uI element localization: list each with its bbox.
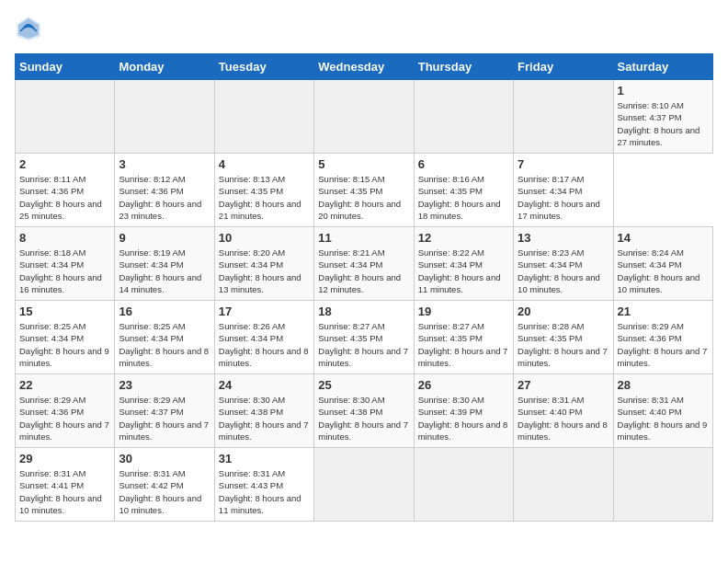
col-header-monday: Monday xyxy=(115,54,214,80)
day-number: 1 xyxy=(618,84,709,98)
day-number: 29 xyxy=(19,452,110,465)
page-header xyxy=(15,15,713,42)
calendar-cell: 13 Sunrise: 8:23 AMSunset: 4:34 PMDaylig… xyxy=(514,227,613,301)
calendar-cell: 27 Sunrise: 8:31 AMSunset: 4:40 PMDaylig… xyxy=(514,374,613,448)
day-number: 17 xyxy=(219,304,310,318)
calendar-cell: 7 Sunrise: 8:17 AMSunset: 4:34 PMDayligh… xyxy=(514,154,613,227)
day-number: 18 xyxy=(318,304,409,318)
calendar-cell: 10 Sunrise: 8:20 AMSunset: 4:34 PMDaylig… xyxy=(214,227,313,301)
day-detail: Sunrise: 8:10 AMSunset: 4:37 PMDaylight:… xyxy=(618,100,700,147)
day-detail: Sunrise: 8:27 AMSunset: 4:35 PMDaylight:… xyxy=(418,321,508,368)
day-number: 26 xyxy=(418,378,509,392)
day-number: 7 xyxy=(518,157,609,171)
day-number: 25 xyxy=(318,378,409,392)
day-detail: Sunrise: 8:29 AMSunset: 4:37 PMDaylight:… xyxy=(119,395,209,442)
week-row-5: 22 Sunrise: 8:29 AMSunset: 4:36 PMDaylig… xyxy=(16,374,713,448)
calendar-cell: 18 Sunrise: 8:27 AMSunset: 4:35 PMDaylig… xyxy=(314,301,414,374)
calendar-cell xyxy=(514,448,613,522)
day-number: 24 xyxy=(219,378,310,392)
day-number: 23 xyxy=(119,378,210,392)
day-detail: Sunrise: 8:25 AMSunset: 4:34 PMDaylight:… xyxy=(119,321,209,368)
calendar-cell: 3 Sunrise: 8:12 AMSunset: 4:36 PMDayligh… xyxy=(115,154,214,227)
week-row-2: 2 Sunrise: 8:11 AMSunset: 4:36 PMDayligh… xyxy=(16,154,713,227)
day-number: 3 xyxy=(119,157,210,171)
day-number: 27 xyxy=(518,378,609,392)
col-header-wednesday: Wednesday xyxy=(314,54,414,80)
day-detail: Sunrise: 8:25 AMSunset: 4:34 PMDaylight:… xyxy=(19,321,109,368)
day-detail: Sunrise: 8:27 AMSunset: 4:35 PMDaylight:… xyxy=(318,321,408,368)
day-detail: Sunrise: 8:30 AMSunset: 4:38 PMDaylight:… xyxy=(219,395,309,442)
day-number: 10 xyxy=(219,231,310,245)
logo-icon xyxy=(15,15,42,42)
day-number: 28 xyxy=(618,378,709,392)
week-row-4: 15 Sunrise: 8:25 AMSunset: 4:34 PMDaylig… xyxy=(16,301,713,374)
day-number: 11 xyxy=(318,231,409,245)
calendar-cell xyxy=(314,448,414,522)
calendar-cell xyxy=(613,448,712,522)
week-row-3: 8 Sunrise: 8:18 AMSunset: 4:34 PMDayligh… xyxy=(16,227,713,301)
day-detail: Sunrise: 8:17 AMSunset: 4:34 PMDaylight:… xyxy=(518,174,600,221)
calendar-cell: 16 Sunrise: 8:25 AMSunset: 4:34 PMDaylig… xyxy=(115,301,214,374)
day-number: 14 xyxy=(618,231,709,245)
day-number: 20 xyxy=(518,304,609,318)
calendar-cell: 12 Sunrise: 8:22 AMSunset: 4:34 PMDaylig… xyxy=(414,227,513,301)
day-number: 13 xyxy=(518,231,609,245)
day-detail: Sunrise: 8:29 AMSunset: 4:36 PMDaylight:… xyxy=(19,395,109,442)
calendar-cell: 24 Sunrise: 8:30 AMSunset: 4:38 PMDaylig… xyxy=(214,374,313,448)
header-row: SundayMondayTuesdayWednesdayThursdayFrid… xyxy=(16,54,713,80)
calendar-cell: 22 Sunrise: 8:29 AMSunset: 4:36 PMDaylig… xyxy=(16,374,115,448)
calendar-cell xyxy=(214,80,313,154)
day-number: 22 xyxy=(19,378,110,392)
calendar-cell xyxy=(514,80,613,154)
calendar-cell: 8 Sunrise: 8:18 AMSunset: 4:34 PMDayligh… xyxy=(16,227,115,301)
col-header-thursday: Thursday xyxy=(414,54,513,80)
day-detail: Sunrise: 8:31 AMSunset: 4:40 PMDaylight:… xyxy=(618,395,708,442)
day-detail: Sunrise: 8:31 AMSunset: 4:41 PMDaylight:… xyxy=(19,468,102,515)
calendar-cell: 6 Sunrise: 8:16 AMSunset: 4:35 PMDayligh… xyxy=(414,154,513,227)
week-row-1: 1 Sunrise: 8:10 AMSunset: 4:37 PMDayligh… xyxy=(16,80,713,154)
calendar-table: SundayMondayTuesdayWednesdayThursdayFrid… xyxy=(15,53,713,522)
calendar-cell: 1 Sunrise: 8:10 AMSunset: 4:37 PMDayligh… xyxy=(613,80,712,154)
col-header-saturday: Saturday xyxy=(613,54,712,80)
day-detail: Sunrise: 8:31 AMSunset: 4:40 PMDaylight:… xyxy=(518,395,608,442)
day-number: 12 xyxy=(418,231,509,245)
col-header-friday: Friday xyxy=(514,54,613,80)
day-detail: Sunrise: 8:22 AMSunset: 4:34 PMDaylight:… xyxy=(418,247,501,294)
day-detail: Sunrise: 8:15 AMSunset: 4:35 PMDaylight:… xyxy=(318,174,401,221)
day-number: 2 xyxy=(19,157,110,171)
day-detail: Sunrise: 8:23 AMSunset: 4:34 PMDaylight:… xyxy=(518,247,600,294)
day-detail: Sunrise: 8:24 AMSunset: 4:34 PMDaylight:… xyxy=(618,247,700,294)
calendar-cell: 19 Sunrise: 8:27 AMSunset: 4:35 PMDaylig… xyxy=(414,301,513,374)
calendar-cell: 9 Sunrise: 8:19 AMSunset: 4:34 PMDayligh… xyxy=(115,227,214,301)
day-detail: Sunrise: 8:31 AMSunset: 4:42 PMDaylight:… xyxy=(119,468,201,515)
calendar-cell xyxy=(414,448,513,522)
day-detail: Sunrise: 8:13 AMSunset: 4:35 PMDaylight:… xyxy=(219,174,301,221)
col-header-sunday: Sunday xyxy=(16,54,115,80)
calendar-cell: 29 Sunrise: 8:31 AMSunset: 4:41 PMDaylig… xyxy=(16,448,115,522)
day-number: 6 xyxy=(418,157,509,171)
day-detail: Sunrise: 8:30 AMSunset: 4:38 PMDaylight:… xyxy=(318,395,408,442)
day-number: 16 xyxy=(119,304,210,318)
calendar-cell: 5 Sunrise: 8:15 AMSunset: 4:35 PMDayligh… xyxy=(314,154,414,227)
calendar-cell: 17 Sunrise: 8:26 AMSunset: 4:34 PMDaylig… xyxy=(214,301,313,374)
day-detail: Sunrise: 8:11 AMSunset: 4:36 PMDaylight:… xyxy=(19,174,102,221)
day-detail: Sunrise: 8:20 AMSunset: 4:34 PMDaylight:… xyxy=(219,247,301,294)
day-detail: Sunrise: 8:12 AMSunset: 4:36 PMDaylight:… xyxy=(119,174,201,221)
calendar-cell: 11 Sunrise: 8:21 AMSunset: 4:34 PMDaylig… xyxy=(314,227,414,301)
day-number: 4 xyxy=(219,157,310,171)
day-detail: Sunrise: 8:26 AMSunset: 4:34 PMDaylight:… xyxy=(219,321,309,368)
day-detail: Sunrise: 8:31 AMSunset: 4:43 PMDaylight:… xyxy=(219,468,301,515)
day-detail: Sunrise: 8:29 AMSunset: 4:36 PMDaylight:… xyxy=(618,321,708,368)
calendar-cell: 15 Sunrise: 8:25 AMSunset: 4:34 PMDaylig… xyxy=(16,301,115,374)
logo xyxy=(15,15,46,42)
calendar-cell: 4 Sunrise: 8:13 AMSunset: 4:35 PMDayligh… xyxy=(214,154,313,227)
calendar-cell: 30 Sunrise: 8:31 AMSunset: 4:42 PMDaylig… xyxy=(115,448,214,522)
day-detail: Sunrise: 8:30 AMSunset: 4:39 PMDaylight:… xyxy=(418,395,508,442)
calendar-cell xyxy=(16,80,115,154)
calendar-cell xyxy=(314,80,414,154)
calendar-cell: 23 Sunrise: 8:29 AMSunset: 4:37 PMDaylig… xyxy=(115,374,214,448)
day-number: 9 xyxy=(119,231,210,245)
calendar-cell xyxy=(115,80,214,154)
day-number: 31 xyxy=(219,452,310,465)
calendar-cell: 26 Sunrise: 8:30 AMSunset: 4:39 PMDaylig… xyxy=(414,374,513,448)
